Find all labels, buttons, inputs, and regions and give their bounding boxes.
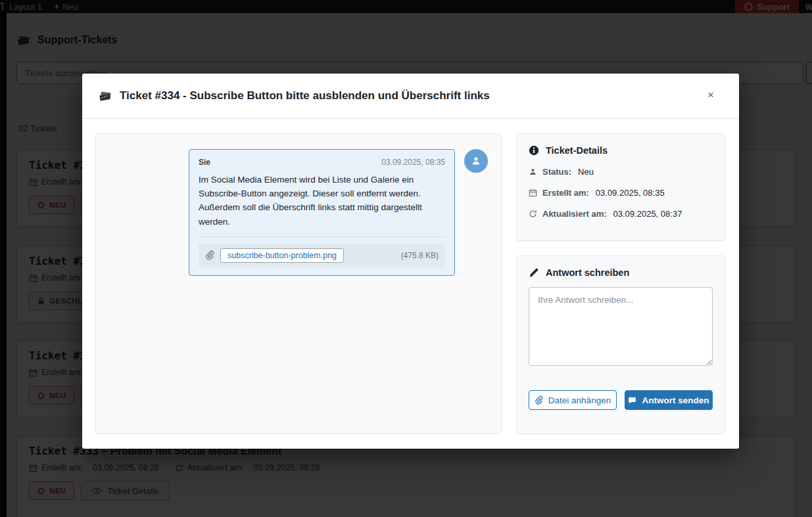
details-heading-row: Ticket-Details	[529, 145, 713, 156]
message-author: Sie	[199, 158, 210, 167]
status-label: Status:	[542, 167, 571, 177]
detail-row-created: Erstellt am: 03.09.2025, 08:35	[529, 188, 713, 198]
reply-panel: Antwort schreiben Datei anhängen A	[516, 256, 725, 434]
attach-file-button[interactable]: Datei anhängen	[529, 390, 617, 410]
reply-heading-row: Antwort schreiben	[529, 267, 713, 278]
reply-heading: Antwort schreiben	[546, 267, 629, 278]
modal-title: Ticket #334 - Subscribe Button bitte aus…	[120, 89, 490, 102]
message-body: Im Social Media Element wird bei Liste u…	[199, 173, 445, 229]
calendar-icon	[529, 189, 537, 197]
message-header: Sie 03.09.2025, 08:35	[199, 158, 445, 167]
modal-side-column: Ticket-Details Status: Neu Erstellt am: …	[516, 133, 725, 434]
details-heading: Ticket-Details	[546, 145, 608, 156]
paperclip-icon	[535, 395, 543, 405]
detail-row-status: Status: Neu	[529, 167, 713, 177]
screen: Layout 1 + Neu Support W Support-Tickets	[0, 0, 812, 517]
pencil-icon	[529, 267, 539, 278]
send-reply-label: Antwort senden	[642, 395, 709, 405]
updated-label: Aktualisiert am:	[542, 209, 607, 219]
attach-file-label: Datei anhängen	[548, 395, 611, 405]
updated-value: 03.09.2025, 08:37	[613, 209, 682, 219]
reply-textarea[interactable]	[529, 287, 713, 366]
ticket-modal: Ticket #334 - Subscribe Button bitte aus…	[82, 74, 739, 449]
info-icon	[529, 145, 539, 156]
speech-bubble-icon	[628, 396, 636, 405]
conversation-panel: Sie 03.09.2025, 08:35 Im Social Media El…	[95, 133, 502, 434]
message-row: Sie 03.09.2025, 08:35 Im Social Media El…	[189, 149, 488, 276]
refresh-icon	[529, 210, 537, 218]
avatar	[464, 149, 488, 173]
attachment-file-chip[interactable]: subscribe-button-problem.png	[220, 248, 344, 263]
paperclip-icon	[205, 250, 214, 260]
message-card: Sie 03.09.2025, 08:35 Im Social Media El…	[189, 149, 455, 276]
created-label: Erstellt am:	[542, 188, 589, 198]
attachment-strip: subscribe-button-problem.png (475.8 KB)	[199, 244, 445, 267]
close-icon[interactable]: ×	[707, 89, 714, 101]
message-timestamp: 03.09.2025, 08:35	[381, 158, 445, 167]
created-value: 03.09.2025, 08:35	[596, 188, 665, 198]
reply-buttons: Datei anhängen Antwort senden	[529, 390, 713, 410]
tickets-icon	[98, 89, 112, 103]
ticket-details-panel: Ticket-Details Status: Neu Erstellt am: …	[516, 133, 725, 241]
person-icon	[529, 168, 537, 176]
attachment-size: (475.8 KB)	[401, 251, 439, 260]
attachment-section: subscribe-button-problem.png (475.8 KB)	[199, 236, 445, 267]
send-reply-button[interactable]: Antwort senden	[625, 390, 713, 410]
status-value: Neu	[578, 167, 594, 177]
detail-row-updated: Aktualisiert am: 03.09.2025, 08:37	[529, 209, 713, 219]
person-icon	[471, 156, 481, 166]
modal-title-row: Ticket #334 - Subscribe Button bitte aus…	[98, 89, 490, 103]
modal-header: Ticket #334 - Subscribe Button bitte aus…	[82, 74, 739, 119]
